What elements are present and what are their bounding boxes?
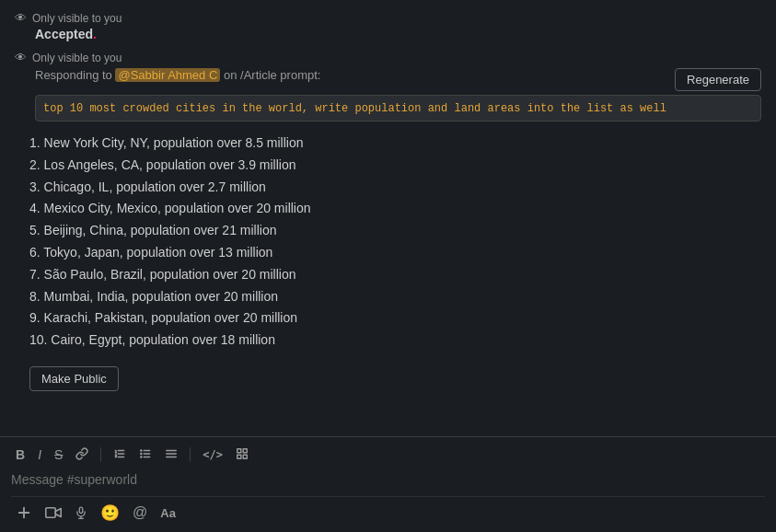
list-item: 3. Chicago, IL, population over 2.7 mill…: [29, 177, 761, 199]
bottom-toolbar: 🙂 @ Aa: [11, 496, 765, 528]
list-item: 5. Beijing, China, population over 21 mi…: [29, 220, 761, 242]
prompt-text: top 10 most crowded cities in the world,…: [43, 102, 666, 115]
code-button[interactable]: </>: [198, 446, 227, 463]
mic-button[interactable]: [70, 501, 92, 525]
svg-rect-20: [79, 507, 83, 513]
list-item: 10. Cairo, Egypt, population over 18 mil…: [29, 330, 761, 352]
list-item: 1. New York City, NY, population over 8.…: [29, 133, 761, 155]
emoji-button[interactable]: 🙂: [96, 502, 124, 525]
toolbar-divider-1: [100, 447, 101, 462]
responding-text: Responding to @Sabbir Ahmed C on /Articl…: [35, 68, 669, 82]
visibility-row-1: 👁 Only visible to you: [15, 11, 761, 25]
unordered-list-button[interactable]: [134, 445, 156, 465]
indent-button[interactable]: [160, 445, 182, 465]
responding-block: Responding to @Sabbir Ahmed C on /Articl…: [15, 68, 761, 121]
format-text-button[interactable]: Aa: [156, 503, 180, 523]
svg-rect-14: [243, 455, 247, 458]
mention-button[interactable]: @: [128, 502, 152, 524]
visibility-row-2: 👁 Only visible to you: [15, 51, 761, 64]
list-item: 6. Tokyo, Japan, population over 13 mill…: [29, 242, 761, 264]
input-area: [11, 470, 765, 496]
svg-marker-19: [55, 509, 61, 517]
mention-tag: @Sabbir Ahmed C: [115, 68, 220, 82]
svg-rect-18: [46, 508, 56, 518]
svg-rect-12: [237, 449, 241, 453]
responding-to-label: Responding to: [35, 68, 112, 82]
visibility-label-2: Only visible to you: [32, 52, 122, 64]
strike-button[interactable]: S: [50, 445, 67, 464]
list-item: 9. Karachi, Pakistan, population over 20…: [29, 307, 761, 330]
make-public-button[interactable]: Make Public: [29, 366, 119, 391]
format-toolbar: B I S </>: [11, 445, 765, 465]
eye-icon-2: 👁: [15, 51, 27, 64]
eye-icon-1: 👁: [15, 11, 27, 25]
italic-button[interactable]: I: [33, 445, 46, 464]
svg-rect-15: [237, 455, 241, 458]
link-button[interactable]: [71, 445, 93, 465]
toolbar-divider-2: [190, 447, 191, 462]
toolbar-area: B I S </> 🙂 @: [0, 436, 776, 532]
plus-button[interactable]: [11, 501, 37, 525]
on-text: on /Article prompt:: [224, 68, 321, 82]
ordered-list-button[interactable]: [109, 445, 131, 465]
message-input[interactable]: [11, 470, 765, 494]
svg-rect-13: [243, 449, 247, 453]
video-button[interactable]: [41, 503, 66, 523]
main-content: 👁 Only visible to you Accepted. 👁 Only v…: [0, 0, 776, 436]
list-item: 7. São Paulo, Brazil, population over 20…: [29, 264, 761, 286]
bold-button[interactable]: B: [11, 445, 29, 464]
block-button[interactable]: [231, 445, 253, 465]
accepted-label: Accepted: [35, 27, 93, 41]
responding-header: Responding to @Sabbir Ahmed C on /Articl…: [15, 68, 761, 91]
list-item: 2. Los Angeles, CA, population over 3.9 …: [29, 155, 761, 177]
prompt-box: top 10 most crowded cities in the world,…: [35, 95, 761, 121]
list-item: 4. Mexico City, Mexico, population over …: [29, 198, 761, 220]
accepted-dot: .: [93, 27, 97, 41]
city-list: 1. New York City, NY, population over 8.…: [29, 133, 761, 352]
svg-point-7: [141, 453, 142, 454]
regenerate-button[interactable]: Regenerate: [675, 68, 761, 91]
accepted-text: Accepted.: [15, 27, 761, 41]
svg-point-6: [141, 450, 142, 451]
list-item: 8. Mumbai, India, population over 20 mil…: [29, 286, 761, 308]
svg-point-8: [141, 457, 142, 457]
visibility-label-1: Only visible to you: [32, 12, 122, 25]
